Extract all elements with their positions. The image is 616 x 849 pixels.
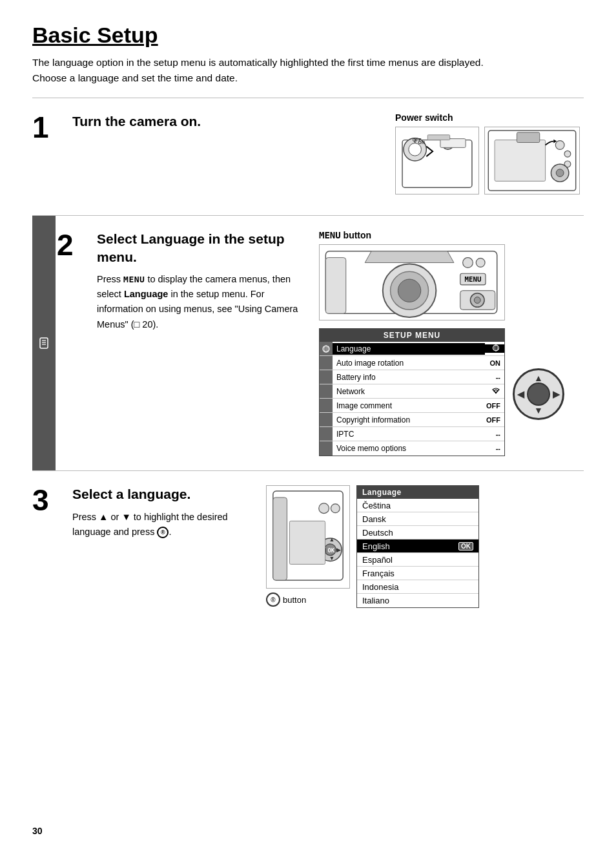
menu-row-network: Network	[320, 384, 504, 399]
svg-point-44	[319, 503, 329, 514]
camera-top-view: OFF ON	[395, 127, 479, 194]
menu-row-voice-memo: Voice memo options --	[320, 441, 504, 456]
setup-menu-header: SETUP MENU	[320, 329, 504, 342]
svg-text:MENU: MENU	[465, 275, 482, 284]
dial-ring: ▲ ▼ ◀ ▶	[513, 368, 564, 420]
step-3-number: 3	[32, 485, 66, 515]
svg-point-27	[398, 280, 420, 302]
svg-marker-24	[365, 251, 454, 263]
menu-label-battery: Battery info	[333, 372, 485, 383]
menu-value-auto-rotation: ON	[485, 359, 504, 367]
page-number: 30	[32, 826, 43, 836]
camera-back-view	[484, 127, 580, 194]
svg-rect-53	[289, 521, 325, 565]
step-2-mid-row: SETUP MENU Language Auto	[319, 324, 564, 456]
lang-row-italiano: Italiano	[357, 594, 478, 607]
ok-button-label: ® button	[266, 592, 350, 607]
lang-row-dansk: Dansk	[357, 512, 478, 526]
lang-row-deutsch: Deutsch	[357, 526, 478, 540]
step-2-content: Select Language in the setup menu. Press…	[90, 230, 310, 331]
step-1-image-label: Power switch	[395, 112, 453, 123]
svg-point-12	[555, 141, 564, 150]
step-3-row: 3 Select a language. Press ▲ or ▼ to hig…	[32, 471, 584, 622]
menu-row-iptc: IPTC --	[320, 427, 504, 441]
ok-button-text: button	[283, 595, 306, 605]
setup-menu: SETUP MENU Language Auto	[319, 328, 505, 456]
menu-icon-network	[320, 384, 333, 398]
menu-label-image-comment: Image comment	[333, 400, 485, 412]
svg-rect-8	[427, 135, 449, 140]
menu-value-voice-memo: --	[485, 445, 504, 452]
svg-rect-11	[517, 132, 539, 143]
menu-value-copyright: OFF	[485, 416, 504, 424]
setup-menu-table: SETUP MENU Language Auto	[319, 324, 505, 456]
menu-label-iptc: IPTC	[333, 428, 485, 440]
step-3-camera-col: OK ▲ ▼ ◀ ▶ ® button	[266, 485, 350, 607]
step-2-title: Select Language in the setup menu.	[97, 230, 310, 266]
wrench-icon	[37, 337, 50, 350]
lang-row-francais: Français	[357, 567, 478, 580]
svg-text:▶: ▶	[336, 547, 341, 553]
step-2-camera-image: MENU	[319, 244, 505, 320]
dial-arrow-left: ◀	[517, 389, 524, 399]
step-1-row: 1 Turn the camera on. Power switch OFF	[32, 98, 584, 216]
menu-label-language: Language	[333, 343, 485, 355]
svg-point-31	[476, 258, 485, 267]
step-2-side-tab	[32, 216, 56, 470]
step-1-camera-row: OFF ON	[395, 127, 580, 194]
svg-rect-10	[495, 140, 545, 182]
menu-icon-auto-rotation	[320, 356, 333, 370]
dial-arrow-up: ▲	[534, 373, 543, 383]
language-menu-container: Language Čeština Dansk Deutsch English O…	[356, 485, 479, 608]
menu-row-language: Language	[320, 342, 504, 356]
svg-rect-23	[325, 258, 345, 314]
step-1-number: 1	[32, 112, 66, 142]
menu-label-voice-memo: Voice memo options	[333, 443, 485, 454]
dial-center	[527, 383, 550, 406]
step-2-images: MENU button MENU	[310, 230, 564, 456]
svg-point-30	[463, 258, 473, 268]
menu-row-copyright: Copyright information OFF	[320, 413, 504, 427]
lang-row-cestina: Čeština	[357, 499, 478, 512]
svg-point-41	[495, 392, 497, 393]
svg-text:▲: ▲	[329, 536, 334, 543]
step-3-body: Press ▲ or ▼ to highlight the desired la…	[72, 510, 266, 540]
menu-label-network: Network	[333, 386, 485, 397]
menu-value-language	[485, 344, 504, 353]
menu-icon-voice-memo	[320, 441, 333, 456]
step-3-title: Select a language.	[72, 485, 266, 503]
menu-icon-battery	[320, 370, 333, 384]
step-2-row: 2 Select Language in the setup menu. Pre…	[32, 216, 584, 471]
page-title: Basic Setup	[32, 23, 584, 47]
lang-row-espanol: Español	[357, 553, 478, 567]
step-2-image-label: MENU button	[319, 230, 371, 240]
language-menu: Language Čeština Dansk Deutsch English O…	[356, 485, 479, 608]
svg-point-45	[331, 504, 340, 513]
step-1-title: Turn the camera on.	[72, 112, 384, 130]
menu-icon-image-comment	[320, 399, 333, 412]
menu-label-copyright: Copyright information	[333, 414, 485, 426]
svg-point-34	[474, 297, 480, 304]
dial-arrow-down: ▼	[534, 405, 543, 415]
lang-row-indonesia: Indonesia	[357, 580, 478, 594]
language-menu-header: Language	[357, 486, 478, 499]
menu-row-auto-rotation: Auto image rotation ON	[320, 356, 504, 370]
menu-value-battery: --	[485, 373, 504, 381]
menu-value-network	[485, 387, 504, 395]
intro-text: The language option in the setup menu is…	[32, 55, 484, 86]
step-3-images: OK ▲ ▼ ◀ ▶ ® button	[266, 485, 576, 608]
camera-side-view: OK ▲ ▼ ◀ ▶	[266, 485, 350, 589]
svg-point-16	[556, 169, 564, 177]
svg-point-13	[564, 151, 571, 158]
svg-rect-18	[40, 338, 48, 348]
lang-row-english: English OK	[357, 540, 478, 553]
step-1-content: Turn the camera on.	[66, 112, 384, 136]
svg-text:ON: ON	[418, 140, 425, 145]
menu-row-battery: Battery info --	[320, 370, 504, 384]
ok-badge: OK	[458, 542, 473, 550]
menu-row-image-comment: Image comment OFF	[320, 399, 504, 413]
menu-icon-iptc	[320, 427, 333, 441]
menu-value-iptc: --	[485, 430, 504, 438]
svg-text:OK: OK	[328, 547, 335, 554]
step-3-content: Select a language. Press ▲ or ▼ to highl…	[66, 485, 266, 540]
